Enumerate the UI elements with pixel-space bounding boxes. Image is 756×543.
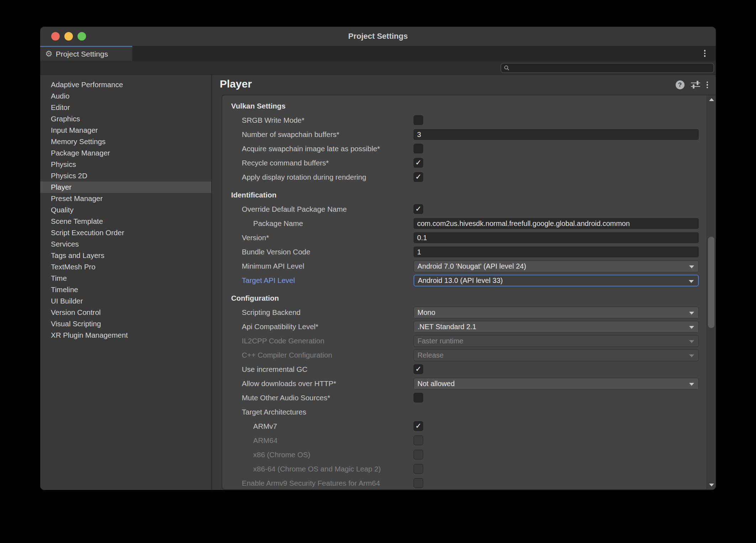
- scrollbar-thumb[interactable]: [708, 237, 714, 328]
- sidebar-item-physics-2d[interactable]: Physics 2D: [40, 170, 211, 181]
- number-of-swapchain-buffers-input[interactable]: 3: [414, 129, 699, 140]
- setting-label: Acquire swapchain image late as possible…: [242, 142, 380, 156]
- sidebar-item-player[interactable]: Player: [40, 181, 211, 193]
- srgb-write-mode-checkbox[interactable]: ✓: [414, 115, 423, 125]
- setting-row-arm64: ARM64✓: [222, 433, 707, 448]
- minimum-api-level-dropdown[interactable]: Android 7.0 'Nougat' (API level 24): [414, 260, 699, 272]
- sidebar-item-editor[interactable]: Editor: [40, 102, 211, 113]
- setting-label: x86 (Chrome OS): [253, 448, 310, 462]
- setting-label: SRGB Write Mode*: [242, 113, 304, 127]
- section-header: Vulkan Settings: [222, 99, 707, 113]
- version-input[interactable]: 0.1: [414, 232, 699, 243]
- search-box[interactable]: [501, 63, 714, 73]
- settings-category-list: Adaptive PerformanceAudioEditorGraphicsI…: [40, 75, 211, 490]
- sidebar-item-adaptive-performance[interactable]: Adaptive Performance: [40, 79, 211, 90]
- chevron-down-icon: [689, 312, 694, 315]
- setting-row-api-compatibility-level: Api Compatibility Level*.NET Standard 2.…: [222, 320, 707, 334]
- sidebar-item-ui-builder[interactable]: UI Builder: [40, 295, 211, 307]
- field-column: Release: [414, 348, 699, 362]
- package-name-input[interactable]: com.com2us.hivesdk.normal.freefull.googl…: [414, 218, 699, 229]
- setting-row-number-of-swapchain-buffers: Number of swapchain buffers*3: [222, 127, 707, 142]
- section-header: Identification: [222, 188, 707, 202]
- setting-label: Version*: [242, 231, 269, 245]
- vertical-scrollbar[interactable]: [707, 95, 716, 489]
- sidebar-item-audio[interactable]: Audio: [40, 90, 211, 102]
- sidebar-item-graphics[interactable]: Graphics: [40, 113, 211, 125]
- field-column: ✓: [414, 419, 699, 433]
- setting-label: IL2CPP Code Generation: [242, 334, 324, 348]
- sidebar-item-textmesh-pro[interactable]: TextMesh Pro: [40, 261, 211, 273]
- kebab-menu-icon[interactable]: [700, 49, 709, 58]
- scroll-up-arrow-icon[interactable]: [707, 96, 716, 103]
- sidebar-item-version-control[interactable]: Version Control: [40, 307, 211, 318]
- scroll-down-arrow-icon[interactable]: [707, 481, 716, 489]
- checkmark-icon: ✓: [415, 205, 422, 213]
- allow-downloads-over-http-dropdown[interactable]: Not allowed: [414, 378, 699, 390]
- checkmark-icon: ✓: [415, 365, 422, 373]
- search-input[interactable]: [512, 64, 704, 72]
- use-incremental-gc-checkbox[interactable]: ✓: [414, 364, 423, 374]
- field-column: Android 13.0 (API level 33): [414, 273, 699, 288]
- recycle-command-buffers-checkbox[interactable]: ✓: [414, 158, 423, 168]
- help-icon[interactable]: ?: [676, 80, 685, 89]
- sidebar-item-script-execution-order[interactable]: Script Execution Order: [40, 227, 211, 238]
- setting-label: Bundle Version Code: [242, 245, 310, 259]
- apply-display-rotation-during-rendering-checkbox[interactable]: ✓: [414, 172, 423, 182]
- player-settings-panel: Vulkan SettingsSRGB Write Mode*✓Number o…: [222, 95, 716, 490]
- sidebar-item-xr-plugin-management[interactable]: XR Plugin Management: [40, 330, 211, 341]
- setting-row-bundle-version-code: Bundle Version Code1: [222, 245, 707, 259]
- toolbar: [40, 61, 716, 75]
- target-api-level-dropdown[interactable]: Android 13.0 (API level 33): [414, 275, 699, 286]
- page-title: Player: [220, 78, 252, 90]
- sidebar-item-services[interactable]: Services: [40, 238, 211, 250]
- dropdown-value: Android 13.0 (API level 33): [418, 276, 503, 284]
- sidebar-item-time[interactable]: Time: [40, 273, 211, 284]
- sidebar-item-input-manager[interactable]: Input Manager: [40, 125, 211, 136]
- kebab-menu-icon[interactable]: [707, 81, 708, 89]
- setting-row-srgb-write-mode: SRGB Write Mode*✓: [222, 113, 707, 127]
- dropdown-value: Not allowed: [417, 380, 455, 388]
- api-compatibility-level-dropdown[interactable]: .NET Standard 2.1: [414, 321, 699, 333]
- section-identification: IdentificationOverride Default Package N…: [222, 188, 707, 288]
- sidebar-item-visual-scripting[interactable]: Visual Scripting: [40, 318, 211, 330]
- chevron-down-icon: [689, 280, 694, 283]
- armv7-checkbox[interactable]: ✓: [414, 421, 423, 431]
- sidebar-item-timeline[interactable]: Timeline: [40, 284, 211, 295]
- bundle-version-code-input[interactable]: 1: [414, 247, 699, 257]
- sidebar-item-preset-manager[interactable]: Preset Manager: [40, 193, 211, 204]
- setting-row-mute-other-audio-sources: Mute Other Audio Sources*✓: [222, 391, 707, 405]
- scripting-backend-dropdown[interactable]: Mono: [414, 307, 699, 318]
- sidebar-item-scene-template[interactable]: Scene Template: [40, 216, 211, 227]
- inspector-header: Player ?: [212, 75, 716, 95]
- inspector-content: Player ? Vulkan SettingsSRGB Write Mode*…: [212, 75, 716, 490]
- field-column: ✓: [414, 433, 699, 448]
- field-column: Not allowed: [414, 376, 699, 391]
- acquire-swapchain-image-late-as-possible-checkbox[interactable]: ✓: [414, 144, 423, 153]
- setting-label: ARMv7: [253, 419, 277, 433]
- field-column: ✓: [414, 476, 699, 489]
- tab-project-settings[interactable]: ⚙ Project Settings: [40, 46, 132, 61]
- field-column: Android 7.0 'Nougat' (API level 24): [414, 259, 699, 273]
- setting-row-package-name: Package Namecom.com2us.hivesdk.normal.fr…: [222, 216, 707, 231]
- sidebar-item-quality[interactable]: Quality: [40, 204, 211, 216]
- field-column: ✓: [414, 448, 699, 462]
- field-column: .NET Standard 2.1: [414, 320, 699, 334]
- field-column: Faster runtime: [414, 334, 699, 348]
- enable-armv9-security-features-for-arm64-checkbox: ✓: [414, 478, 423, 488]
- setting-label: Minimum API Level: [242, 259, 304, 273]
- field-column: Mono: [414, 305, 699, 320]
- sidebar-item-package-manager[interactable]: Package Manager: [40, 147, 211, 159]
- sidebar-item-memory-settings[interactable]: Memory Settings: [40, 136, 211, 147]
- x86-64-chrome-os-and-magic-leap-2-checkbox: ✓: [414, 464, 423, 474]
- override-default-package-name-checkbox[interactable]: ✓: [414, 204, 423, 214]
- sidebar-item-physics[interactable]: Physics: [40, 159, 211, 170]
- setting-label: ARM64: [253, 433, 277, 448]
- sliders-icon[interactable]: [691, 81, 700, 89]
- mute-other-audio-sources-checkbox[interactable]: ✓: [414, 393, 423, 402]
- setting-label: Recycle command buffers*: [242, 156, 329, 170]
- setting-label: Enable Armv9 Security Features for Arm64: [242, 476, 380, 489]
- setting-row-c-compiler-configuration: C++ Compiler ConfigurationRelease: [222, 348, 707, 362]
- dropdown-value: Android 7.0 'Nougat' (API level 24): [417, 262, 526, 270]
- setting-row-x86-64-chrome-os-and-magic-leap-2: x86-64 (Chrome OS and Magic Leap 2)✓: [222, 462, 707, 476]
- sidebar-item-tags-and-layers[interactable]: Tags and Layers: [40, 250, 211, 261]
